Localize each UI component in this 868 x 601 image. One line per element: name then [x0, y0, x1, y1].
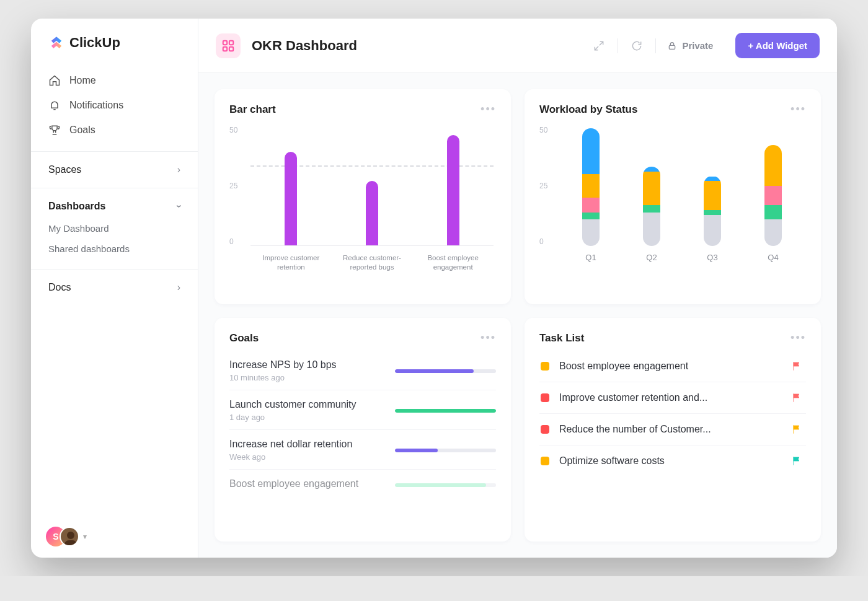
goal-row[interactable]: Increase NPS by 10 bps10 minutes ago [229, 351, 496, 390]
stack-segment [643, 213, 660, 246]
trophy-icon [48, 124, 61, 136]
x-axis-label: Q1 [572, 253, 609, 262]
x-axis-label: Q2 [633, 253, 670, 262]
tasks-list: Boost employee engagementImprove custome… [539, 351, 806, 476]
task-row[interactable]: Reduce the number of Customer... [539, 414, 806, 445]
task-title: Reduce the number of Customer... [559, 424, 781, 435]
section-dashboards-label: Dashboards [48, 201, 105, 212]
widget-menu-icon[interactable]: ••• [480, 331, 496, 344]
stack-segment [764, 186, 782, 205]
divider [618, 38, 618, 53]
stacked-bar[interactable] [764, 145, 782, 246]
task-title: Boost employee engagement [559, 361, 781, 372]
x-axis-label: Improve customer retention [254, 253, 328, 272]
goal-title: Increase net dollar retention [229, 439, 384, 450]
widget-menu-icon[interactable]: ••• [790, 331, 806, 344]
widget-menu-icon[interactable]: ••• [480, 103, 496, 116]
brand-logo[interactable]: ClickUp [31, 19, 198, 66]
status-badge [541, 362, 549, 371]
svg-rect-4 [223, 46, 227, 50]
sidebar-footer: S ▾ [31, 515, 198, 558]
stacked-bar[interactable] [704, 176, 721, 246]
stack-segment [704, 177, 721, 182]
widget-task-list: Task List ••• Boost employee engagementI… [525, 318, 821, 542]
stack-segment [764, 219, 782, 246]
goal-title: Launch customer community [229, 399, 384, 410]
stacked-bar[interactable] [582, 128, 600, 246]
nav-goals-label: Goals [69, 125, 95, 136]
flag-icon[interactable] [791, 424, 802, 435]
svg-rect-2 [223, 40, 227, 44]
nav-home[interactable]: Home [38, 68, 190, 93]
stack-segment [704, 210, 721, 215]
section-spaces-head[interactable]: Spaces › [31, 160, 198, 179]
nav-notifications-label: Notifications [69, 100, 123, 111]
section-docs: Docs › [31, 269, 198, 305]
flag-icon[interactable] [791, 455, 802, 467]
status-badge [541, 457, 549, 465]
stack-segment [764, 145, 782, 186]
bar[interactable] [447, 135, 459, 245]
nav-notifications[interactable]: Notifications [38, 93, 190, 118]
stack-segment [704, 215, 721, 246]
stack-segment [582, 213, 600, 220]
x-axis-label: Reduce customer-reported bugs [335, 253, 409, 272]
progress-bar [395, 449, 496, 452]
avatar-menu-caret-icon[interactable]: ▾ [83, 532, 87, 541]
privacy-label: Private [682, 40, 713, 51]
section-docs-label: Docs [48, 282, 71, 293]
chevron-right-icon: › [177, 282, 180, 293]
sidebar-item-my-dashboard[interactable]: My Dashboard [31, 218, 198, 239]
expand-icon[interactable] [591, 38, 606, 53]
dashboard-app-icon [216, 33, 241, 58]
widget-title: Goals [229, 332, 259, 344]
section-spaces: Spaces › [31, 151, 198, 188]
add-widget-button[interactable]: + Add Widget [735, 33, 820, 58]
svg-rect-1 [64, 540, 77, 546]
stacked-bar[interactable] [643, 167, 660, 246]
goal-time: Week ago [229, 452, 384, 462]
task-row[interactable]: Improve customer retention and... [539, 382, 806, 414]
nav-home-label: Home [69, 75, 96, 86]
bar[interactable] [366, 181, 378, 245]
bar-chart-plot: 50250 Improve customer retentionReduce c… [229, 126, 496, 262]
svg-rect-6 [670, 45, 675, 49]
main: OKR Dashboard Private + Add Widget Bar c… [198, 19, 837, 558]
avatar-user-2[interactable] [60, 527, 79, 546]
page-title: OKR Dashboard [252, 38, 357, 54]
divider [655, 38, 656, 53]
privacy-toggle[interactable]: Private [667, 40, 713, 51]
goal-row[interactable]: Boost employee engagement [229, 470, 496, 499]
section-dashboards: Dashboards › My Dashboard Shared dashboa… [31, 188, 198, 269]
task-row[interactable]: Optimize software costs [539, 445, 806, 476]
app-window: ClickUp Home Notifications Goals Spaces … [31, 19, 837, 558]
x-axis-label: Boost employee engagement [416, 253, 490, 272]
goal-time: 1 day ago [229, 413, 384, 422]
refresh-icon[interactable] [629, 38, 644, 53]
widget-title: Workload by Status [539, 103, 637, 116]
sidebar-item-shared-dashboards[interactable]: Shared dashboards [31, 239, 198, 259]
task-row[interactable]: Boost employee engagement [539, 351, 806, 382]
nav-goals[interactable]: Goals [38, 118, 190, 143]
section-spaces-label: Spaces [48, 164, 81, 175]
flag-icon[interactable] [791, 392, 802, 403]
status-badge [541, 425, 549, 434]
stack-segment [643, 167, 660, 172]
stack-segment [643, 205, 660, 213]
chevron-down-icon: › [173, 204, 184, 208]
stack-segment [643, 172, 660, 205]
x-axis-label: Q3 [694, 253, 731, 262]
goal-row[interactable]: Launch customer community1 day ago [229, 390, 496, 430]
widget-title: Bar chart [229, 103, 276, 116]
goals-list: Increase NPS by 10 bps10 minutes agoLaun… [229, 351, 496, 499]
task-title: Improve customer retention and... [559, 392, 781, 403]
widget-menu-icon[interactable]: ••• [790, 103, 806, 116]
section-docs-head[interactable]: Docs › [31, 278, 198, 297]
svg-rect-5 [229, 46, 233, 50]
stack-segment [704, 181, 721, 210]
flag-icon[interactable] [791, 361, 802, 372]
bar[interactable] [285, 152, 297, 245]
section-dashboards-head[interactable]: Dashboards › [31, 197, 198, 216]
widget-workload: Workload by Status ••• 50250 Q1Q2Q3Q4 [525, 89, 821, 304]
goal-row[interactable]: Increase net dollar retentionWeek ago [229, 430, 496, 470]
